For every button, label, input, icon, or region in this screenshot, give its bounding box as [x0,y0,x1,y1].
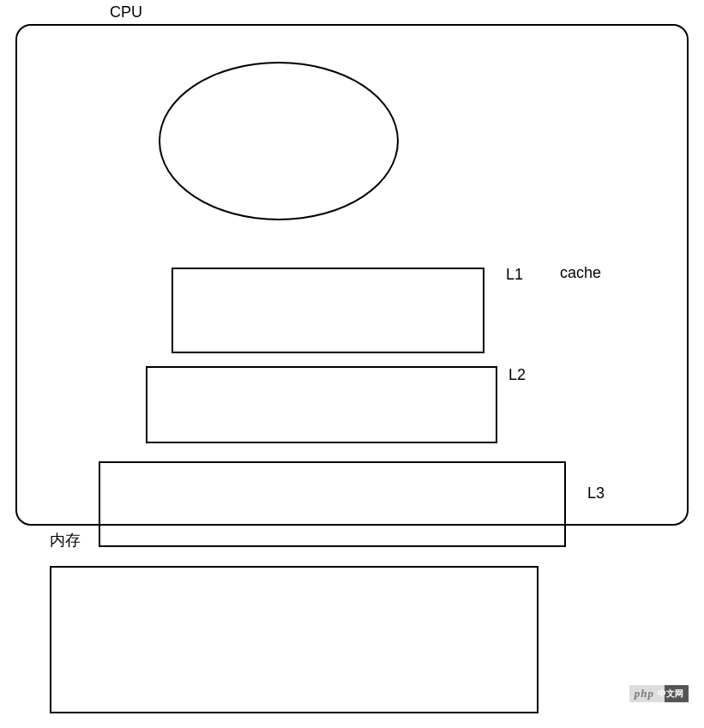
watermark-suffix: 中文网 [658,688,683,700]
l1-label: L1 [506,266,523,284]
cpu-container: L1 cache L2 L3 [15,24,689,526]
watermark-brand: php [635,687,654,701]
l3-cache-box [99,461,566,547]
l1-cache-box [171,268,484,353]
cpu-label: CPU [110,3,142,21]
cpu-core-ellipse [159,62,399,220]
l2-label: L2 [508,366,526,384]
memory-box [50,566,539,713]
watermark-badge: php 中文网 [629,685,689,702]
memory-label: 内存 [50,530,81,551]
l2-cache-box [146,366,497,443]
cache-label: cache [560,264,601,282]
l3-label: L3 [587,484,605,502]
